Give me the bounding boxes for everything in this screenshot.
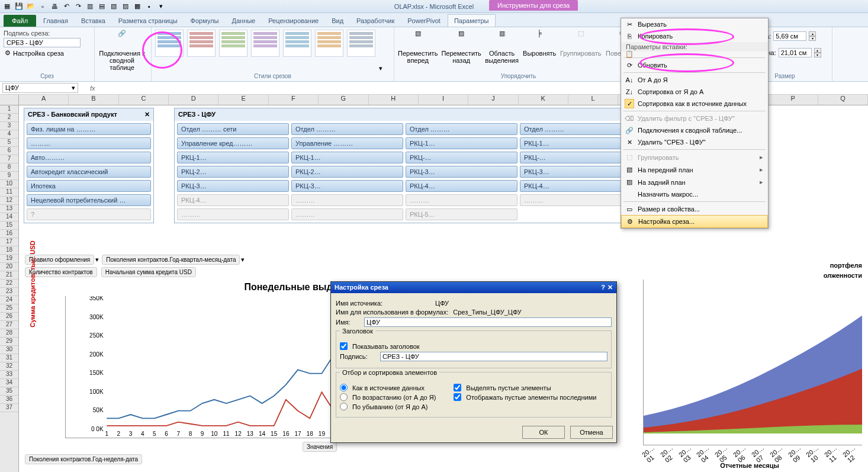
column-header[interactable]: K bbox=[519, 95, 568, 105]
tab-data[interactable]: Данные bbox=[226, 15, 261, 27]
sort-asc-radio[interactable] bbox=[340, 393, 348, 401]
filter-icon[interactable]: ▾ bbox=[95, 256, 99, 263]
ctx-copy[interactable]: ⎘Копировать bbox=[621, 30, 768, 42]
ctx-size-props[interactable]: ▭Размер и свойства... bbox=[621, 203, 768, 215]
ctx-send-back[interactable]: ▨На задний план▸ bbox=[621, 176, 768, 188]
slicer-item[interactable]: РКЦ-2… bbox=[291, 166, 403, 178]
slicer-settings-button[interactable]: ⚙Настройка среза bbox=[4, 49, 65, 57]
slicer-style-thumb[interactable] bbox=[347, 30, 375, 57]
slicer-style-thumb[interactable] bbox=[219, 30, 247, 57]
slicer-item[interactable]: Нецелевой потребительский … bbox=[27, 194, 151, 206]
show-header-checkbox[interactable] bbox=[340, 342, 348, 350]
qat-icon[interactable]: ▨ bbox=[121, 2, 130, 11]
row-header[interactable]: 5 bbox=[0, 139, 18, 147]
row-header[interactable]: 23 bbox=[0, 288, 18, 296]
row-header[interactable]: 37 bbox=[0, 404, 18, 412]
row-header[interactable]: 29 bbox=[0, 338, 18, 346]
styles-more-icon[interactable]: ▾ bbox=[379, 65, 382, 72]
row-header[interactable]: 27 bbox=[0, 321, 18, 329]
row-header[interactable]: 12 bbox=[0, 197, 18, 205]
qat-icon[interactable]: ▪ bbox=[144, 2, 154, 11]
area-chart[interactable]: портфеля олженности 20…0120…0220…0320…04… bbox=[637, 259, 862, 472]
row-header[interactable]: 36 bbox=[0, 396, 18, 404]
group-button[interactable]: ⬚Группировать bbox=[560, 30, 602, 57]
slicer-item[interactable]: ……… bbox=[27, 137, 151, 149]
chevron-down-icon[interactable]: ▾ bbox=[72, 84, 75, 92]
selection-pane-button[interactable]: ▥Область выделения bbox=[485, 30, 519, 64]
ctx-cut[interactable]: ✂Вырезать bbox=[621, 18, 768, 30]
row-header[interactable]: 26 bbox=[0, 313, 18, 321]
row-header[interactable]: 1 bbox=[0, 105, 18, 114]
ctx-macro[interactable]: Назначить макрос... bbox=[621, 188, 768, 200]
slicer-item[interactable]: ……… bbox=[406, 194, 517, 206]
slicer-item[interactable]: Физ. лицам на ……… bbox=[27, 123, 151, 135]
slicer-item[interactable]: Автокредит классический bbox=[27, 166, 151, 178]
column-header[interactable]: B bbox=[69, 95, 118, 105]
column-header[interactable]: J bbox=[468, 95, 518, 105]
slicer-item[interactable]: РКЦ-3… bbox=[520, 166, 632, 178]
slicer-item[interactable]: ……… bbox=[291, 194, 403, 206]
row-header[interactable]: 19 bbox=[0, 255, 18, 263]
tab-insert[interactable]: Вставка bbox=[75, 15, 111, 27]
tab-home[interactable]: Главная bbox=[37, 15, 74, 27]
slicer-item[interactable]: Отдел ……… bbox=[291, 123, 403, 135]
tab-powerpivot[interactable]: PowerPivot bbox=[401, 15, 446, 27]
qat-icon[interactable]: ▥ bbox=[85, 2, 95, 11]
send-back-button[interactable]: ▨Переместить назад bbox=[441, 30, 481, 64]
cancel-button[interactable]: Отмена bbox=[570, 426, 613, 439]
slicer-item[interactable]: ? bbox=[27, 208, 151, 220]
size-height-input[interactable] bbox=[773, 31, 806, 41]
tab-review[interactable]: Рецензирование bbox=[262, 15, 324, 27]
slicer-item[interactable]: Отдел ……… bbox=[520, 123, 632, 135]
empty-last-checkbox[interactable] bbox=[454, 393, 461, 401]
slicer-item[interactable]: Ипотека bbox=[27, 180, 151, 192]
undo-icon[interactable]: ↶ bbox=[62, 2, 71, 11]
fx-icon[interactable]: fx bbox=[90, 85, 95, 92]
row-header[interactable]: 14 bbox=[0, 213, 18, 221]
row-header[interactable]: 24 bbox=[0, 296, 18, 304]
row-header[interactable]: 8 bbox=[0, 163, 18, 172]
column-header[interactable]: D bbox=[169, 95, 218, 105]
column-header[interactable]: P bbox=[768, 95, 818, 105]
slicer-item[interactable]: РКЦ-5… bbox=[406, 208, 517, 220]
row-header[interactable]: 17 bbox=[0, 238, 18, 246]
column-header[interactable]: A bbox=[19, 95, 69, 105]
open-icon[interactable]: 📂 bbox=[26, 2, 36, 11]
slicer-style-thumb[interactable] bbox=[187, 30, 216, 57]
slicer-item[interactable]: РКЦ-4… bbox=[406, 180, 517, 192]
qat-icon[interactable]: ▧ bbox=[109, 2, 118, 11]
tab-file[interactable]: Файл bbox=[4, 15, 36, 27]
slicer-item[interactable]: РКЦ-1… bbox=[520, 137, 632, 149]
slicer-item[interactable]: Управление кред……… bbox=[177, 137, 289, 149]
column-header[interactable]: Q bbox=[818, 95, 868, 105]
slicer-item[interactable]: РКЦ-4… bbox=[177, 194, 289, 206]
slicer-bank-product[interactable]: СРЕЗ - Банковский продукт✕ Физ. лицам на… bbox=[24, 108, 154, 223]
slicer-item[interactable]: РКЦ-4… bbox=[520, 180, 632, 192]
row-header[interactable]: 15 bbox=[0, 221, 18, 230]
column-header[interactable]: I bbox=[419, 95, 468, 105]
bring-forward-button[interactable]: ▧Переместить вперед bbox=[398, 30, 438, 64]
sort-source-radio[interactable] bbox=[340, 384, 348, 391]
row-header[interactable]: 25 bbox=[0, 304, 18, 313]
pivot-connections-button[interactable]: 🔗 Подключения к сводной таблице bbox=[98, 30, 146, 71]
ctx-sort-za[interactable]: Z↓Сортировка от Я до А bbox=[621, 86, 768, 98]
slicer-item[interactable]: ……… bbox=[520, 194, 632, 206]
ctx-sort-az[interactable]: A↓От А до Я bbox=[621, 74, 768, 86]
row-header[interactable]: 30 bbox=[0, 346, 18, 354]
select-all[interactable] bbox=[0, 95, 19, 105]
close-icon[interactable]: ✕ bbox=[607, 284, 613, 291]
tab-options[interactable]: Параметры bbox=[448, 14, 496, 27]
row-header[interactable]: 2 bbox=[0, 114, 18, 122]
name-box[interactable]: ЦФУ▾ bbox=[2, 83, 78, 93]
ctx-bring-front[interactable]: ▧На передний план▸ bbox=[621, 163, 768, 176]
ctx-slicer-settings[interactable]: ⚙Настройка среза... bbox=[621, 215, 768, 228]
size-width-input[interactable] bbox=[779, 48, 812, 57]
column-header[interactable]: E bbox=[218, 95, 268, 105]
qat-icon[interactable]: ▤ bbox=[97, 2, 107, 11]
ctx-paste-option[interactable]: 📋 bbox=[621, 52, 768, 56]
tab-view[interactable]: Вид bbox=[326, 15, 349, 27]
column-header[interactable]: H bbox=[369, 95, 419, 105]
filter-icon[interactable]: ▾ bbox=[241, 256, 245, 263]
slicer-item[interactable]: РКЦ-1… bbox=[177, 152, 289, 163]
slicer-style-thumb[interactable] bbox=[283, 30, 311, 57]
